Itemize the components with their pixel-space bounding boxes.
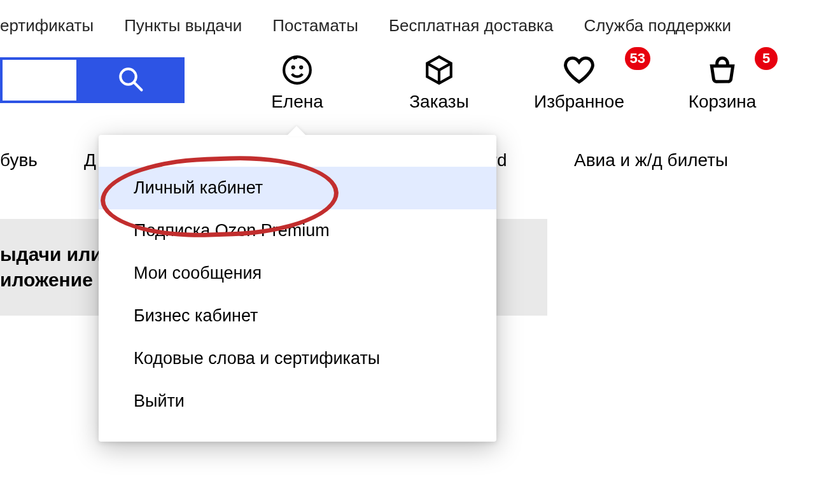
favorites-link[interactable]: 53 Избранное xyxy=(515,52,643,112)
dropdown-item-account[interactable]: Личный кабинет xyxy=(99,167,496,209)
orders-link[interactable]: Заказы xyxy=(388,52,490,112)
profile-menu-trigger[interactable]: Елена xyxy=(249,52,345,112)
heart-icon xyxy=(563,52,595,88)
dropdown-item-certificates[interactable]: Кодовые слова и сертификаты xyxy=(99,337,496,380)
promo-banner-text: ыдачи или иложение xyxy=(0,242,102,293)
profile-label: Елена xyxy=(271,92,323,112)
header-actions: Елена xyxy=(249,52,345,112)
topnav-support[interactable]: Служба поддержки xyxy=(584,16,731,36)
cart-link[interactable]: 5 Корзина xyxy=(668,52,776,112)
topnav-free-delivery[interactable]: Бесплатная доставка xyxy=(389,16,554,36)
favorites-label: Избранное xyxy=(534,92,624,112)
dropdown-item-business[interactable]: Бизнес кабинет xyxy=(99,295,496,337)
search-input[interactable] xyxy=(0,57,76,103)
svg-point-2 xyxy=(284,57,311,83)
dropdown-item-premium[interactable]: Подписка Ozon Premium xyxy=(99,209,496,252)
category-travel-tickets[interactable]: Авиа и ж/д билеты xyxy=(574,150,728,171)
search-button[interactable] xyxy=(76,57,185,103)
profile-dropdown: Личный кабинет Подписка Ozon Premium Мои… xyxy=(99,135,496,442)
header-actions-fav: 53 Избранное xyxy=(515,52,643,112)
top-nav: ертификаты Пункты выдачи Постаматы Беспл… xyxy=(0,13,840,38)
svg-line-1 xyxy=(134,82,141,90)
svg-point-4 xyxy=(300,67,302,68)
category-d[interactable]: Д xyxy=(84,150,96,171)
header-actions-cart: 5 Корзина xyxy=(668,52,776,112)
cart-label: Корзина xyxy=(689,92,757,112)
search-icon xyxy=(117,66,144,95)
favorites-badge: 53 xyxy=(625,47,650,70)
promo-line-2: иложение xyxy=(0,267,102,293)
dropdown-item-messages[interactable]: Мои сообщения xyxy=(99,252,496,295)
dropdown-item-logout[interactable]: Выйти xyxy=(99,380,496,423)
topnav-pickup-points[interactable]: Пункты выдачи xyxy=(124,16,242,36)
box-icon xyxy=(423,52,455,88)
page-canvas: ертификаты Пункты выдачи Постаматы Беспл… xyxy=(0,0,840,504)
dropdown-list: Личный кабинет Подписка Ozon Premium Мои… xyxy=(99,135,496,442)
search-row xyxy=(0,57,185,103)
cart-badge: 5 xyxy=(755,47,778,70)
orders-label: Заказы xyxy=(409,92,469,112)
search-box xyxy=(0,57,185,103)
topnav-lockers[interactable]: Постаматы xyxy=(272,16,358,36)
smiley-icon xyxy=(281,52,313,88)
header-actions-orders: Заказы xyxy=(388,52,490,112)
svg-point-3 xyxy=(293,67,294,68)
topnav-certificates[interactable]: ертификаты xyxy=(0,16,94,36)
category-shoes[interactable]: бувь xyxy=(0,150,38,171)
basket-icon xyxy=(706,52,738,88)
dropdown-caret-icon xyxy=(286,126,307,136)
promo-line-1: ыдачи или xyxy=(0,242,102,268)
